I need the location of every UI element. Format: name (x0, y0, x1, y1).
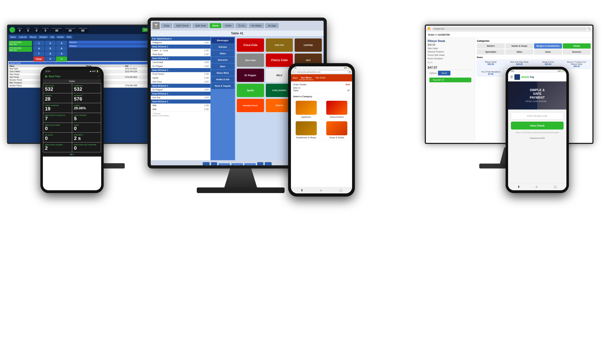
upload-icon[interactable]: ↑ (98, 75, 99, 78)
cat-entrees[interactable]: Entrees (211, 44, 234, 50)
next-button[interactable]: › (257, 162, 263, 169)
cat-vodka[interactable]: Vodka & Gin (211, 76, 234, 83)
cat-glass-wine[interactable]: Glass Wine (211, 70, 234, 76)
numkey-6[interactable]: 6 (56, 46, 67, 51)
food-card-soups-salads[interactable]: Soups & Salads (322, 120, 352, 140)
receipt-code-input[interactable]: Enter Receipt Code (511, 112, 564, 120)
bev-dr-pepper[interactable]: Dr Pepper (237, 68, 264, 82)
split-seat-button[interactable]: Split Seat (192, 23, 209, 28)
nomake-button[interactable]: No Make (249, 23, 264, 28)
clip-button[interactable]: Clip (49, 36, 55, 39)
numkey-3[interactable]: 3 (56, 41, 67, 46)
share-icon[interactable]: ⬆ (517, 185, 520, 189)
togo-button[interactable]: To Go (235, 23, 248, 28)
food-card-sandwiches[interactable]: Sandwiches & Wraps (291, 120, 322, 140)
pay-button[interactable]: Pay $47.07 (429, 78, 471, 82)
bev-coca-cola[interactable]: Coca-Cola (237, 38, 264, 52)
tab-desserts[interactable]: Desserts (563, 49, 591, 55)
order-item[interactable]: Coke - a - Cola 2.50 (151, 49, 211, 52)
menu-back-button[interactable]: Back (293, 77, 298, 79)
cat-beverages[interactable]: Beverages (211, 37, 234, 44)
hamburger-menu-icon[interactable]: ☰ (510, 75, 513, 79)
order-button[interactable]: Order (222, 23, 234, 28)
numkey-9[interactable]: 9 (56, 51, 67, 56)
play-button[interactable] (10, 27, 15, 33)
bev-iced-tea[interactable]: ICED TEA (265, 38, 293, 52)
server-entry-2[interactable]: (772) 662-6864Mike Star (9, 47, 32, 52)
print-button[interactable]: Print (66, 36, 73, 39)
reload-icon[interactable]: ↻ (349, 71, 351, 73)
numkey-clear[interactable]: Clear (33, 57, 44, 61)
order-item[interactable]: Sprite 2.50 (151, 76, 211, 80)
done-button[interactable]: Done (210, 23, 221, 28)
prev-button[interactable]: ‹ (211, 162, 217, 169)
numkey-2[interactable]: 2 (45, 41, 56, 46)
tab-sides[interactable]: Sides (505, 49, 533, 55)
flipup-button[interactable]: Flip Up (28, 36, 38, 39)
tab-specialties[interactable]: Specialties (477, 49, 505, 55)
order-item[interactable]: Root Beer 2.50 (151, 52, 211, 56)
numkey-0[interactable]: 0 (45, 57, 56, 61)
asapp-button[interactable]: As App (265, 23, 278, 28)
order-item[interactable]: Dr Pepper 2.50 (151, 88, 211, 92)
cat-rum[interactable]: Rum & Tequila (211, 83, 234, 89)
tabs-icon[interactable]: ⬜ (554, 185, 557, 189)
next-nav-button[interactable]: » (265, 162, 272, 169)
order-item[interactable]: Milk 2.50 (151, 104, 211, 107)
share-icon[interactable]: ⬆ (301, 189, 303, 192)
numkey-4[interactable]: 4 (33, 46, 44, 51)
clear-button[interactable]: Clear (161, 23, 172, 28)
guests-button[interactable]: Guests (56, 36, 65, 39)
tab-salads-soups[interactable]: Salads & Soups (505, 43, 533, 49)
view-check-button[interactable]: View Check (511, 122, 564, 130)
order-item[interactable]: Pelligrino 2.50 (151, 41, 211, 45)
url-bar[interactable]: thefoundry.alohaonline.com (295, 70, 348, 73)
numkey-enter[interactable]: ↵ (56, 57, 67, 61)
cat-desserts[interactable]: Desserts (211, 57, 234, 63)
numkey-5[interactable]: 5 (45, 46, 56, 51)
item-name: Pelligrino (152, 41, 162, 44)
order-item[interactable]: Fruit Punch 2.50 (151, 72, 211, 76)
seat-6-button[interactable]: Seat 6 (244, 163, 256, 168)
food-card-house-entrees[interactable]: House Entrees (322, 99, 352, 120)
order-item[interactable]: Milk 2.50 (151, 107, 211, 111)
order-item[interactable]: Lemonade 2.50 (151, 60, 211, 64)
tab-burgers[interactable]: Burgers & Sandwiches (534, 43, 562, 49)
tab-our-menu[interactable]: Our Menu (299, 76, 314, 80)
send-button[interactable]: Send (438, 71, 450, 75)
menu-item-ribeye[interactable]: Ribeye Steak $36.99 (477, 60, 505, 69)
bev-hawaiian-punch[interactable]: Hawaiian Punch (237, 98, 264, 112)
order-item[interactable]: Dr Pepper 2.50 (151, 64, 211, 68)
edit-button[interactable]: Edit (346, 83, 350, 86)
numkey-7[interactable]: 7 (33, 51, 44, 56)
menu-item-trio-filet[interactable]: Trio of Filet Medallions $3.08 (477, 70, 505, 76)
bev-diet-coke[interactable]: Diet Coke (237, 53, 264, 67)
food-card-appetizers[interactable]: Appetizers (291, 99, 322, 120)
back-arrow-icon[interactable]: ← (292, 71, 294, 73)
lookup-button[interactable]: Look Up (18, 36, 28, 39)
search-icon[interactable]: 🔍 (588, 27, 591, 30)
dispatch-button[interactable]: Dispatch (38, 36, 49, 39)
tab-steaks[interactable]: Steaks (563, 43, 591, 49)
numkey-1[interactable]: 1 (33, 41, 44, 46)
order-item[interactable]: Hot Choc 2.50 (151, 80, 211, 84)
numkey-8[interactable]: 8 (45, 51, 56, 56)
server-entry-1[interactable]: (772) 662-6865Mike Star (9, 41, 32, 46)
seat-5-button[interactable]: Seat 5 (231, 163, 243, 168)
cat-beer[interactable]: Beer (211, 63, 234, 70)
bev-sprite[interactable]: Sprite (237, 83, 264, 97)
allocs-button[interactable]: Allocs (9, 36, 17, 39)
tab-starters[interactable]: Starters (477, 43, 505, 49)
bookmark-icon[interactable]: ☆ (320, 189, 322, 192)
bookmark-icon[interactable]: ☆ (535, 185, 538, 189)
tab-my-order[interactable]: My Order (314, 76, 327, 80)
cat-sides[interactable]: Sides (211, 50, 234, 57)
split-check-button[interactable]: Split Check (173, 23, 191, 28)
tab-extra[interactable]: Extra (534, 49, 562, 55)
bev-coffee[interactable]: COFFEE (294, 38, 322, 52)
tabs-icon[interactable]: ⬜ (339, 189, 342, 192)
prev-nav-button[interactable]: « (203, 162, 210, 169)
seat-4-button[interactable]: Seat 4 (219, 163, 230, 168)
right-url-bar[interactable]: ncrpay.com (432, 27, 586, 30)
order-item[interactable]: Hot Tea 2.50 (151, 96, 211, 99)
